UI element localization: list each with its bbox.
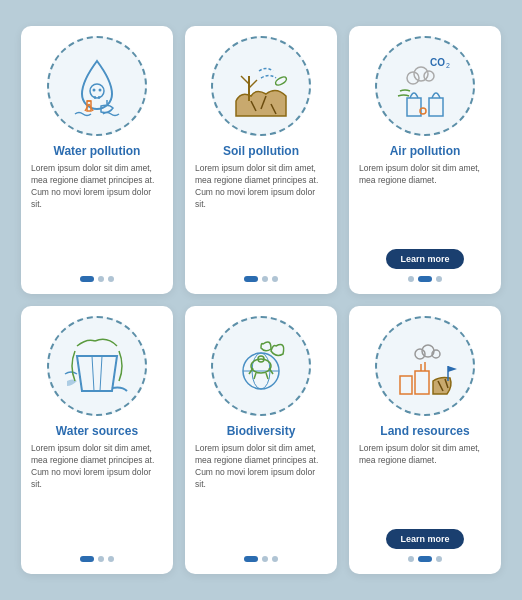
air-pollution-icon: CO 2: [375, 36, 475, 136]
biodiversity-text: Lorem ipsum dolor sit dim amet, mea regi…: [195, 443, 327, 549]
water-sources-title: Water sources: [56, 424, 138, 438]
air-pollution-text: Lorem ipsum dolor sit dim amet, mea regi…: [359, 163, 491, 242]
soil-pollution-dots: [244, 276, 278, 282]
land-resources-icon: [375, 316, 475, 416]
cards-grid: Water pollutionLorem ipsum dolor sit dim…: [5, 10, 517, 590]
svg-text:2: 2: [446, 62, 450, 69]
svg-text:CO: CO: [430, 57, 445, 68]
air-pollution-dot-2[interactable]: [436, 276, 442, 282]
water-pollution-dot-0[interactable]: [80, 276, 94, 282]
water-pollution-dot-2[interactable]: [108, 276, 114, 282]
land-resources-dot-2[interactable]: [436, 556, 442, 562]
water-pollution-dot-1[interactable]: [98, 276, 104, 282]
svg-point-3: [93, 89, 96, 92]
svg-line-25: [92, 356, 94, 391]
soil-pollution-text: Lorem ipsum dolor sit dim amet, mea regi…: [195, 163, 327, 269]
svg-point-16: [274, 75, 287, 86]
water-sources-icon: [47, 316, 147, 416]
soil-pollution-icon: [211, 36, 311, 136]
svg-line-26: [100, 356, 102, 391]
card-biodiversity: BiodiversityLorem ipsum dolor sit dim am…: [185, 306, 337, 574]
svg-point-19: [407, 72, 419, 84]
water-sources-dot-1[interactable]: [98, 556, 104, 562]
land-resources-learn-more-button[interactable]: Learn more: [386, 529, 463, 549]
land-resources-dot-1[interactable]: [418, 556, 432, 562]
biodiversity-icon: [211, 316, 311, 416]
biodiversity-dot-2[interactable]: [272, 556, 278, 562]
svg-rect-18: [429, 98, 443, 116]
land-resources-dots: [408, 556, 442, 562]
card-water-pollution: Water pollutionLorem ipsum dolor sit dim…: [21, 26, 173, 294]
svg-point-21: [424, 71, 434, 81]
svg-point-20: [414, 67, 428, 81]
land-resources-text: Lorem ipsum dolor sit dim amet, mea regi…: [359, 443, 491, 522]
air-pollution-dots: [408, 276, 442, 282]
svg-rect-37: [415, 371, 429, 394]
water-pollution-icon: [47, 36, 147, 136]
water-sources-text: Lorem ipsum dolor sit dim amet, mea regi…: [31, 443, 163, 549]
air-pollution-learn-more-button[interactable]: Learn more: [386, 249, 463, 269]
card-air-pollution: CO 2 Air pollutionLorem ipsum dolor sit …: [349, 26, 501, 294]
water-sources-dot-0[interactable]: [80, 556, 94, 562]
water-sources-dots: [80, 556, 114, 562]
svg-rect-36: [400, 376, 412, 394]
biodiversity-dot-1[interactable]: [262, 556, 268, 562]
air-pollution-title: Air pollution: [390, 144, 461, 158]
svg-line-15: [249, 80, 257, 88]
svg-point-4: [99, 89, 102, 92]
biodiversity-title: Biodiversity: [227, 424, 296, 438]
svg-point-0: [90, 84, 104, 98]
water-pollution-text: Lorem ipsum dolor sit dim amet, mea regi…: [31, 163, 163, 269]
air-pollution-dot-0[interactable]: [408, 276, 414, 282]
svg-rect-17: [407, 98, 421, 116]
soil-pollution-title: Soil pollution: [223, 144, 299, 158]
card-water-sources: Water sourcesLorem ipsum dolor sit dim a…: [21, 306, 173, 574]
svg-line-35: [266, 373, 268, 379]
card-land-resources: Land resourcesLorem ipsum dolor sit dim …: [349, 306, 501, 574]
air-pollution-dot-1[interactable]: [418, 276, 432, 282]
biodiversity-dots: [244, 556, 278, 562]
land-resources-title: Land resources: [380, 424, 469, 438]
land-resources-dot-0[interactable]: [408, 556, 414, 562]
soil-pollution-dot-2[interactable]: [272, 276, 278, 282]
svg-line-34: [254, 373, 256, 379]
biodiversity-dot-0[interactable]: [244, 556, 258, 562]
soil-pollution-dot-1[interactable]: [262, 276, 268, 282]
water-pollution-dots: [80, 276, 114, 282]
soil-pollution-dot-0[interactable]: [244, 276, 258, 282]
card-soil-pollution: Soil pollutionLorem ipsum dolor sit dim …: [185, 26, 337, 294]
svg-line-14: [241, 76, 249, 84]
water-sources-dot-2[interactable]: [108, 556, 114, 562]
water-pollution-title: Water pollution: [54, 144, 141, 158]
